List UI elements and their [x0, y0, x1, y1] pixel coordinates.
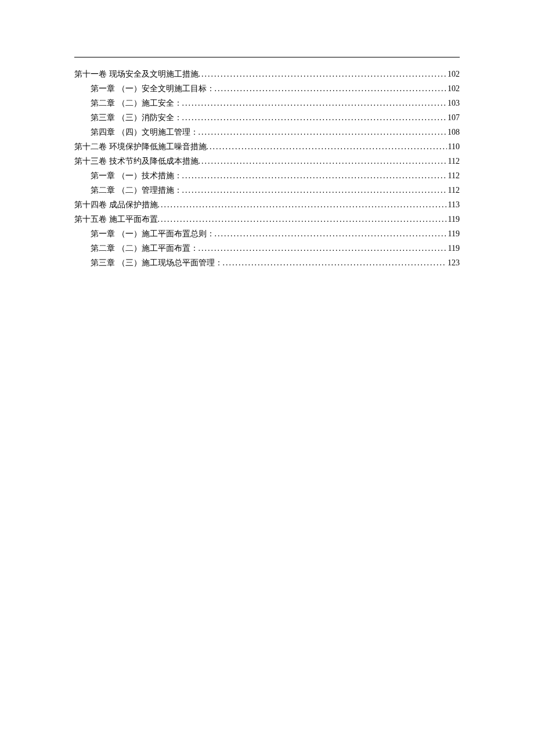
toc-entry-page: 112	[447, 183, 460, 197]
toc-entry: 第二章 （二）施工安全：103	[74, 96, 460, 110]
toc-leader-dots	[182, 183, 447, 197]
toc-entry-page: 119	[447, 241, 460, 255]
toc-entry-page: 108	[446, 125, 460, 139]
toc-entry: 第十四卷 成品保护措施113	[74, 197, 460, 212]
toc-entry-page: 102	[446, 67, 460, 81]
toc-entry-label: 第一章 （一）安全文明施工目标：	[91, 81, 215, 96]
toc-entry-label: 第二章 （二）施工平面布置：	[91, 241, 199, 255]
toc-leader-dots	[182, 110, 447, 125]
toc-leader-dots	[199, 125, 447, 139]
toc-entry-label: 第十一卷 现场安全及文明施工措施	[74, 67, 199, 81]
toc-entry-page: 123	[446, 255, 460, 270]
toc-entry-label: 第二章 （二）管理措施：	[91, 183, 182, 197]
toc-entry: 第一章 （一）施工平面布置总则：119	[74, 226, 460, 241]
toc-entry: 第三章 （三）施工现场总平面管理：123	[74, 255, 460, 270]
toc-leader-dots	[215, 226, 447, 241]
toc-entry-page: 107	[446, 110, 460, 125]
toc-entry: 第四章 （四）文明施工管理：108	[74, 125, 460, 139]
toc-entry: 第二章 （二）管理措施：112	[74, 183, 460, 197]
toc-entry: 第三章 （三）消防安全：107	[74, 110, 460, 125]
toc-entry-page: 113	[447, 197, 460, 212]
toc-entry: 第二章 （二）施工平面布置：119	[74, 241, 460, 255]
toc-entry-label: 第四章 （四）文明施工管理：	[91, 125, 199, 139]
toc-leader-dots	[223, 255, 447, 270]
toc-entry-page: 103	[446, 96, 460, 110]
toc-entry-label: 第三章 （三）消防安全：	[91, 110, 182, 125]
toc-entry: 第十五卷 施工平面布置119	[74, 212, 460, 226]
toc-entry-page: 110	[447, 139, 460, 154]
toc-leader-dots	[182, 168, 447, 183]
toc-entry-label: 第一章 （一）技术措施：	[91, 168, 182, 183]
toc-leader-dots	[158, 197, 447, 212]
toc-leader-dots	[199, 241, 447, 255]
toc-entry-label: 第三章 （三）施工现场总平面管理：	[91, 255, 223, 270]
toc-entry: 第十一卷 现场安全及文明施工措施102	[74, 67, 460, 81]
toc-leader-dots	[199, 67, 447, 81]
toc-leader-dots	[158, 212, 447, 226]
toc-entry: 第一章 （一）安全文明施工目标：102	[74, 81, 460, 96]
toc-entry-page: 112	[447, 154, 460, 168]
toc-entry-label: 第十三卷 技术节约及降低成本措施	[74, 154, 199, 168]
toc-entry-page: 119	[447, 212, 460, 226]
toc-entry-label: 第一章 （一）施工平面布置总则：	[91, 226, 215, 241]
table-of-contents: 第十一卷 现场安全及文明施工措施102第一章 （一）安全文明施工目标：102第二…	[74, 57, 460, 270]
toc-entry-page: 102	[446, 81, 460, 96]
toc-entry-page: 112	[447, 168, 460, 183]
toc-leader-dots	[215, 81, 447, 96]
toc-entry-label: 第十二卷 环境保护降低施工噪音措施	[74, 139, 207, 154]
toc-leader-dots	[182, 96, 447, 110]
toc-entry-label: 第十四卷 成品保护措施	[74, 197, 158, 212]
toc-entry-label: 第十五卷 施工平面布置	[74, 212, 158, 226]
toc-entry: 第一章 （一）技术措施：112	[74, 168, 460, 183]
toc-entry: 第十二卷 环境保护降低施工噪音措施110	[74, 139, 460, 154]
toc-leader-dots	[199, 154, 447, 168]
toc-entry-page: 119	[447, 226, 460, 241]
toc-entry-label: 第二章 （二）施工安全：	[91, 96, 182, 110]
toc-entry: 第十三卷 技术节约及降低成本措施112	[74, 154, 460, 168]
toc-leader-dots	[207, 139, 447, 154]
